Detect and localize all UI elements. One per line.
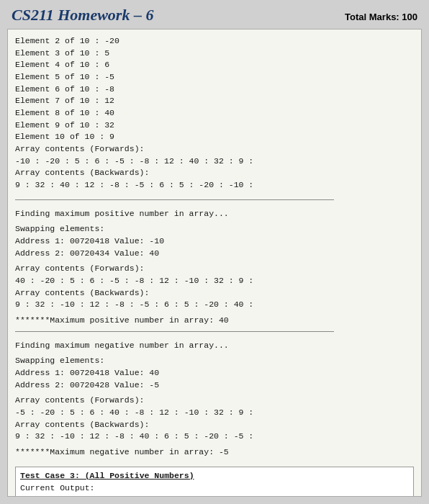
divider-2	[15, 331, 334, 332]
test-case-section: Test Case 3: (All Positive Numbers) Curr…	[15, 467, 414, 497]
array-forward-1: -10 : -20 : 5 : 6 : -5 : -8 : 12 : 40 : …	[15, 156, 414, 168]
swapping-label-1: Swapping elements:	[15, 223, 414, 235]
element-4: Element 4 of 10 : 6	[15, 59, 414, 71]
array-forward-3-label: Array contents (Forwards):	[15, 395, 414, 407]
array-backward-3-label: Array contents (Backwards):	[15, 419, 414, 431]
finding-max-negative: Finding maximum negative number in array…	[15, 340, 414, 352]
page-container: CS211 Homework – 6 Total Marks: 100 Elem…	[0, 0, 429, 504]
element-9: Element 9 of 10 : 32	[15, 120, 414, 132]
total-marks: Total Marks: 100	[345, 12, 417, 22]
test-case-title: Test Case 3: (All Positive Numbers)	[20, 470, 409, 482]
element-10: Element 10 of 10 : 9	[15, 131, 414, 143]
address2-1: Address 2: 00720434 Value: 40	[15, 248, 414, 260]
array-backward-3: 9 : 32 : -10 : 12 : -8 : 40 : 6 : 5 : -2…	[15, 431, 414, 443]
main-content: Element 2 of 10 : -20 Element 3 of 10 : …	[7, 29, 422, 497]
element-3: Element 3 of 10 : 5	[15, 48, 414, 60]
finding-max-positive: Finding maximum positive number in array…	[15, 208, 414, 220]
swapping-label-2: Swapping elements:	[15, 355, 414, 367]
element-6: Element 6 of 10 : -8	[15, 84, 414, 96]
address1-2: Address 1: 00720418 Value: 40	[15, 367, 414, 379]
element-5: Element 5 of 10 : -5	[15, 71, 414, 84]
array-forward-2-label: Array contents (Forwards):	[15, 263, 414, 275]
element-2: Element 2 of 10 : -20	[15, 35, 414, 48]
array-forward-2: 40 : -20 : 5 : 6 : -5 : -8 : 12 : -10 : …	[15, 275, 414, 287]
element-7: Element 7 of 10 : 12	[15, 95, 414, 107]
enter-size: Enter the size of your array: 4	[20, 494, 409, 497]
array-backward-1-label: Array contents (Backwards):	[15, 167, 414, 179]
max-positive-result: *******Maximum positive number in array:…	[15, 315, 414, 327]
array-forward-1-label: Array contents (Forwards):	[15, 143, 414, 156]
page-title: CS211 Homework – 6	[12, 6, 153, 24]
max-negative-result: *******Maximum negative number in array:…	[15, 446, 414, 459]
current-output: Current Output:	[20, 482, 409, 495]
address1-1: Address 1: 00720418 Value: -10	[15, 235, 414, 248]
address2-2: Address 2: 00720428 Value: -5	[15, 379, 414, 392]
array-backward-1: 9 : 32 : 40 : 12 : -8 : -5 : 6 : 5 : -20…	[15, 179, 414, 192]
element-8: Element 8 of 10 : 40	[15, 107, 414, 120]
array-backward-2-label: Array contents (Backwards):	[15, 287, 414, 300]
array-forward-3: -5 : -20 : 5 : 6 : 40 : -8 : 12 : -10 : …	[15, 407, 414, 419]
divider-1	[15, 199, 334, 200]
array-backward-2: 9 : 32 : -10 : 12 : -8 : -5 : 6 : 5 : -2…	[15, 299, 414, 311]
header: CS211 Homework – 6 Total Marks: 100	[0, 0, 429, 27]
